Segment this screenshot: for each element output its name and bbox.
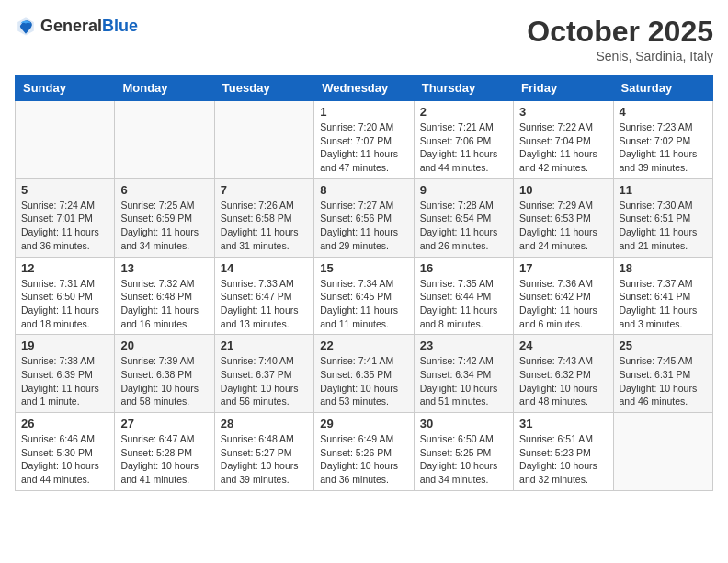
- day-header-sunday: Sunday: [16, 75, 115, 101]
- day-number: 7: [221, 183, 308, 197]
- day-number: 19: [21, 339, 108, 352]
- calendar-cell: 23Sunrise: 7:42 AM Sunset: 6:34 PM Dayli…: [414, 335, 513, 413]
- day-info: Sunrise: 7:25 AM Sunset: 6:59 PM Dayligh…: [120, 199, 208, 253]
- day-number: 14: [221, 261, 308, 275]
- day-number: 6: [120, 183, 208, 197]
- day-number: 2: [420, 105, 507, 119]
- logo-general: General: [40, 17, 102, 35]
- day-number: 21: [221, 339, 308, 352]
- calendar-cell: 29Sunrise: 6:49 AM Sunset: 5:26 PM Dayli…: [314, 413, 414, 491]
- calendar-cell: 18Sunrise: 7:37 AM Sunset: 6:41 PM Dayli…: [613, 257, 712, 335]
- calendar-cell: 1Sunrise: 7:20 AM Sunset: 7:07 PM Daylig…: [314, 101, 414, 179]
- logo: GeneralBlue: [15, 15, 138, 37]
- day-number: 10: [519, 183, 607, 197]
- calendar-header-row: SundayMondayTuesdayWednesdayThursdayFrid…: [16, 75, 713, 101]
- day-info: Sunrise: 7:30 AM Sunset: 6:51 PM Dayligh…: [620, 199, 707, 253]
- day-number: 17: [519, 261, 607, 275]
- day-number: 26: [21, 417, 108, 431]
- calendar-cell: 14Sunrise: 7:33 AM Sunset: 6:47 PM Dayli…: [214, 257, 313, 335]
- day-header-saturday: Saturday: [613, 75, 712, 101]
- calendar-cell: 13Sunrise: 7:32 AM Sunset: 6:48 PM Dayli…: [115, 257, 214, 335]
- calendar-cell: 24Sunrise: 7:43 AM Sunset: 6:32 PM Dayli…: [514, 335, 613, 413]
- day-info: Sunrise: 7:43 AM Sunset: 6:32 PM Dayligh…: [519, 354, 607, 408]
- calendar-cell: 20Sunrise: 7:39 AM Sunset: 6:38 PM Dayli…: [115, 335, 214, 413]
- day-info: Sunrise: 7:35 AM Sunset: 6:44 PM Dayligh…: [420, 277, 507, 331]
- day-info: Sunrise: 6:48 AM Sunset: 5:27 PM Dayligh…: [221, 432, 308, 487]
- calendar-cell: 9Sunrise: 7:28 AM Sunset: 6:54 PM Daylig…: [414, 178, 513, 257]
- day-number: 24: [519, 339, 607, 352]
- day-header-friday: Friday: [514, 75, 613, 101]
- calendar-cell: 27Sunrise: 6:47 AM Sunset: 5:28 PM Dayli…: [115, 413, 214, 491]
- day-header-monday: Monday: [115, 75, 214, 101]
- day-header-thursday: Thursday: [414, 75, 513, 101]
- day-number: 28: [221, 417, 308, 431]
- calendar-row-week-2: 5Sunrise: 7:24 AM Sunset: 7:01 PM Daylig…: [16, 178, 713, 257]
- day-number: 27: [120, 417, 208, 431]
- calendar-cell: 5Sunrise: 7:24 AM Sunset: 7:01 PM Daylig…: [16, 178, 115, 257]
- calendar-cell: 8Sunrise: 7:27 AM Sunset: 6:56 PM Daylig…: [314, 178, 414, 257]
- day-info: Sunrise: 7:42 AM Sunset: 6:34 PM Dayligh…: [420, 354, 507, 408]
- calendar-cell: 21Sunrise: 7:40 AM Sunset: 6:37 PM Dayli…: [214, 335, 313, 413]
- day-number: 13: [120, 261, 208, 275]
- day-number: 11: [620, 183, 707, 197]
- day-number: 15: [320, 261, 407, 275]
- page-header: GeneralBlue October 2025 Senis, Sardinia…: [15, 15, 713, 63]
- day-info: Sunrise: 7:36 AM Sunset: 6:42 PM Dayligh…: [519, 277, 607, 331]
- calendar-row-week-1: 1Sunrise: 7:20 AM Sunset: 7:07 PM Daylig…: [16, 101, 713, 179]
- calendar-cell: 25Sunrise: 7:45 AM Sunset: 6:31 PM Dayli…: [613, 335, 712, 413]
- day-info: Sunrise: 7:26 AM Sunset: 6:58 PM Dayligh…: [221, 199, 308, 253]
- day-number: 9: [420, 183, 507, 197]
- day-number: 8: [320, 183, 407, 197]
- calendar-row-week-3: 12Sunrise: 7:31 AM Sunset: 6:50 PM Dayli…: [16, 257, 713, 335]
- calendar-cell: 15Sunrise: 7:34 AM Sunset: 6:45 PM Dayli…: [314, 257, 414, 335]
- day-info: Sunrise: 7:32 AM Sunset: 6:48 PM Dayligh…: [120, 277, 208, 331]
- calendar-cell: 22Sunrise: 7:41 AM Sunset: 6:35 PM Dayli…: [314, 335, 414, 413]
- day-info: Sunrise: 7:38 AM Sunset: 6:39 PM Dayligh…: [21, 354, 108, 408]
- calendar-cell: 19Sunrise: 7:38 AM Sunset: 6:39 PM Dayli…: [16, 335, 115, 413]
- day-info: Sunrise: 7:37 AM Sunset: 6:41 PM Dayligh…: [620, 277, 707, 331]
- day-header-wednesday: Wednesday: [314, 75, 414, 101]
- day-info: Sunrise: 6:46 AM Sunset: 5:30 PM Dayligh…: [21, 432, 108, 487]
- calendar-cell: 10Sunrise: 7:29 AM Sunset: 6:53 PM Dayli…: [514, 178, 613, 257]
- calendar-cell: 28Sunrise: 6:48 AM Sunset: 5:27 PM Dayli…: [214, 413, 313, 491]
- day-info: Sunrise: 7:34 AM Sunset: 6:45 PM Dayligh…: [320, 277, 407, 331]
- calendar-cell: [613, 413, 712, 491]
- day-info: Sunrise: 7:45 AM Sunset: 6:31 PM Dayligh…: [620, 354, 707, 408]
- day-number: 12: [21, 261, 108, 275]
- day-info: Sunrise: 7:40 AM Sunset: 6:37 PM Dayligh…: [221, 354, 308, 408]
- logo-blue: Blue: [102, 17, 138, 35]
- calendar-cell: 12Sunrise: 7:31 AM Sunset: 6:50 PM Dayli…: [16, 257, 115, 335]
- day-number: 1: [320, 105, 407, 119]
- calendar-cell: 31Sunrise: 6:51 AM Sunset: 5:23 PM Dayli…: [514, 413, 613, 491]
- day-number: 18: [620, 261, 707, 275]
- calendar-cell: 26Sunrise: 6:46 AM Sunset: 5:30 PM Dayli…: [16, 413, 115, 491]
- day-info: Sunrise: 7:41 AM Sunset: 6:35 PM Dayligh…: [320, 354, 407, 408]
- calendar-row-week-4: 19Sunrise: 7:38 AM Sunset: 6:39 PM Dayli…: [16, 335, 713, 413]
- day-number: 16: [420, 261, 507, 275]
- day-number: 3: [519, 105, 607, 119]
- day-number: 20: [120, 339, 208, 352]
- day-info: Sunrise: 7:39 AM Sunset: 6:38 PM Dayligh…: [120, 354, 208, 408]
- day-info: Sunrise: 6:50 AM Sunset: 5:25 PM Dayligh…: [420, 432, 507, 487]
- day-number: 29: [320, 417, 407, 431]
- calendar-cell: 6Sunrise: 7:25 AM Sunset: 6:59 PM Daylig…: [115, 178, 214, 257]
- subtitle: Senis, Sardinia, Italy: [527, 49, 713, 63]
- day-info: Sunrise: 7:24 AM Sunset: 7:01 PM Dayligh…: [21, 199, 108, 253]
- day-info: Sunrise: 7:29 AM Sunset: 6:53 PM Dayligh…: [519, 199, 607, 253]
- day-info: Sunrise: 7:20 AM Sunset: 7:07 PM Dayligh…: [320, 121, 407, 175]
- calendar-row-week-5: 26Sunrise: 6:46 AM Sunset: 5:30 PM Dayli…: [16, 413, 713, 491]
- day-info: Sunrise: 6:51 AM Sunset: 5:23 PM Dayligh…: [519, 432, 607, 487]
- calendar-cell: 30Sunrise: 6:50 AM Sunset: 5:25 PM Dayli…: [414, 413, 513, 491]
- day-number: 4: [620, 105, 707, 119]
- day-number: 22: [320, 339, 407, 352]
- day-info: Sunrise: 7:33 AM Sunset: 6:47 PM Dayligh…: [221, 277, 308, 331]
- day-info: Sunrise: 6:49 AM Sunset: 5:26 PM Dayligh…: [320, 432, 407, 487]
- day-info: Sunrise: 6:47 AM Sunset: 5:28 PM Dayligh…: [120, 432, 208, 487]
- calendar-cell: 7Sunrise: 7:26 AM Sunset: 6:58 PM Daylig…: [214, 178, 313, 257]
- calendar-cell: [115, 101, 214, 179]
- calendar-cell: 2Sunrise: 7:21 AM Sunset: 7:06 PM Daylig…: [414, 101, 513, 179]
- day-info: Sunrise: 7:27 AM Sunset: 6:56 PM Dayligh…: [320, 199, 407, 253]
- day-info: Sunrise: 7:28 AM Sunset: 6:54 PM Dayligh…: [420, 199, 507, 253]
- day-info: Sunrise: 7:21 AM Sunset: 7:06 PM Dayligh…: [420, 121, 507, 175]
- title-block: October 2025 Senis, Sardinia, Italy: [527, 15, 713, 63]
